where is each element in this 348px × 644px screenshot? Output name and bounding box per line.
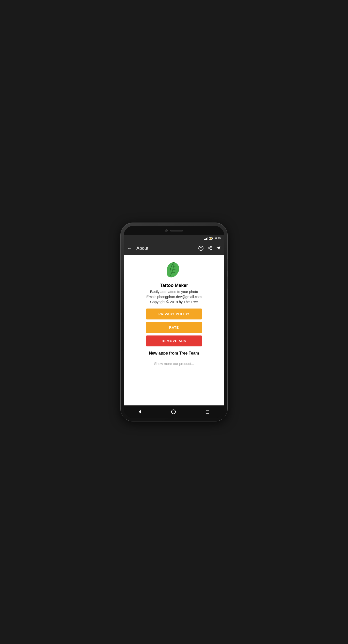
clock: 8:19 [215, 237, 221, 240]
app-email: Email: phongphan.dev@gmail.com [146, 295, 201, 299]
content-area: Tattoo Maker Easily add tattoo to your p… [124, 255, 224, 405]
remove-ads-button[interactable]: REMOVE ADS [146, 335, 202, 346]
svg-line-3 [209, 248, 210, 249]
app-bar-title: About [136, 246, 198, 251]
earpiece-speaker [170, 230, 183, 231]
signal-bar-3 [206, 238, 207, 240]
app-logo [164, 260, 184, 280]
battery-body: ⚡ [209, 237, 213, 240]
status-bar: ⚡ 8:19 [124, 235, 224, 242]
navigation-bar [124, 405, 224, 418]
new-apps-section-title: New apps from Tree Team [129, 351, 219, 356]
signal-bar-1 [204, 239, 205, 240]
charging-icon: ⚡ [210, 237, 212, 240]
svg-marker-6 [217, 246, 220, 250]
svg-point-2 [210, 249, 212, 250]
battery-icon: ⚡ [209, 237, 213, 240]
signal-bar-2 [205, 239, 206, 240]
nav-recents-button[interactable] [206, 410, 209, 414]
signal-bar-4 [207, 237, 208, 240]
rate-button[interactable]: RATE [146, 322, 202, 333]
phone-device: ⚡ 8:19 ← About ? [121, 223, 227, 421]
nav-recents-icon [206, 410, 209, 414]
svg-point-1 [208, 248, 209, 249]
nav-home-icon [171, 409, 176, 414]
nav-back-button[interactable] [139, 410, 141, 414]
nav-back-icon [139, 410, 141, 414]
front-camera [165, 229, 168, 232]
app-bar: ← About ? [124, 242, 224, 255]
signal-icon [204, 237, 208, 240]
help-button[interactable]: ? [198, 246, 203, 251]
nav-home-button[interactable] [171, 409, 176, 414]
svg-line-4 [209, 247, 210, 248]
volume-button [227, 276, 228, 289]
phone-screen: ⚡ 8:19 ← About ? [124, 226, 224, 418]
app-copyright: Copyright © 2019 by The Tree [150, 300, 198, 304]
battery-tip [213, 238, 213, 239]
app-title: Tattoo Maker [160, 283, 188, 288]
app-description: Easily add tattoo to your photo [150, 290, 198, 294]
show-more-text[interactable]: Show more our product... [154, 362, 194, 366]
power-button [227, 258, 228, 271]
back-button[interactable]: ← [127, 245, 132, 251]
send-icon[interactable] [216, 246, 221, 251]
share-icon[interactable] [208, 246, 212, 251]
app-bar-actions: ? [198, 246, 221, 251]
svg-point-0 [210, 246, 212, 248]
privacy-policy-button[interactable]: PRIVACY POLICY [146, 309, 202, 319]
status-icons: ⚡ 8:19 [204, 237, 221, 240]
phone-top-hardware [124, 226, 224, 236]
